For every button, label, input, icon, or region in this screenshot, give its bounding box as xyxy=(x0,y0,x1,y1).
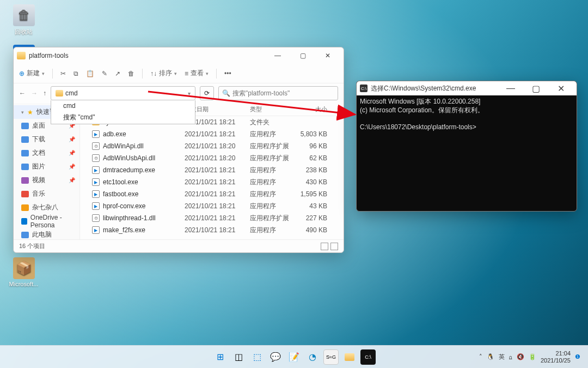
file-row[interactable]: ▶etc1tool.exe2021/10/21 18:21应用程序430 KB xyxy=(80,176,344,188)
file-row[interactable]: ⚙libwinpthread-1.dll2021/10/21 18:21应用程序… xyxy=(80,212,344,224)
up-button[interactable]: ↑ xyxy=(43,89,46,97)
desktop-icon[interactable]: 📦Microsoft... xyxy=(9,257,39,287)
sort-button[interactable]: ↑↓ 排序▾ xyxy=(150,69,177,78)
clock[interactable]: 21:04 2021/10/25 xyxy=(541,350,571,363)
minimize-button[interactable]: ― xyxy=(498,81,523,96)
notifications-icon[interactable]: ❶ xyxy=(575,353,580,360)
address-bar[interactable]: cmd ▾ cmd 搜索 "cmd" xyxy=(51,86,195,100)
more-button[interactable]: ••• xyxy=(224,70,231,77)
sidebar-item[interactable]: 视频📌 xyxy=(14,173,79,187)
window-title: platform-tools xyxy=(29,52,265,59)
tray-app-icon[interactable]: 🐧 xyxy=(487,353,494,360)
copy-button[interactable]: ⧉ xyxy=(74,70,78,77)
sidebar-item[interactable]: 图片📌 xyxy=(14,160,79,173)
address-suggest[interactable]: cmd 搜索 "cmd" xyxy=(51,100,195,124)
address-input[interactable]: cmd xyxy=(65,89,186,97)
close-button[interactable]: ✕ xyxy=(548,81,573,96)
search-placeholder: 搜索"platform-tools" xyxy=(232,89,290,98)
refresh-button[interactable]: ⟳ xyxy=(200,86,214,100)
search-icon: 🔍 xyxy=(222,89,230,97)
view-details-icon[interactable] xyxy=(321,243,328,250)
taskbar-right: ˄ 🐧 英 ⩍ 🔇 🔋 21:04 2021/10/25 ❶ xyxy=(479,350,588,363)
view-large-icon[interactable] xyxy=(330,243,338,250)
explorer-window: platform-tools ― ▢ ✕ ⊕新建▾ ✂ ⧉ 📋 ✎ ↗ 🗑 ↑↓… xyxy=(13,47,344,253)
battery-icon[interactable]: 🔋 xyxy=(529,353,536,360)
view-button[interactable]: ≡ 查看▾ xyxy=(185,69,209,78)
title-bar[interactable]: platform-tools ― ▢ ✕ xyxy=(14,47,344,64)
status-bar: 16 个项目 xyxy=(14,239,344,252)
desktop-icon-recycle[interactable]: 🗑回收站 xyxy=(9,4,39,36)
chat-button[interactable]: 💬 xyxy=(268,349,283,365)
cmd-icon: C:\ xyxy=(360,85,367,92)
share-button[interactable]: ↗ xyxy=(115,70,120,77)
file-row[interactable]: ▶hprof-conv.exe2021/10/21 18:21应用程序43 KB xyxy=(80,200,344,212)
icon-label: 回收站 xyxy=(9,28,39,36)
edge-button[interactable]: ◔ xyxy=(305,349,320,365)
taskview-button[interactable]: ◫ xyxy=(231,349,246,365)
delete-button[interactable]: 🗑 xyxy=(128,70,134,77)
file-row[interactable]: ⚙AdbWinUsbApi.dll2021/10/21 18:20应用程序扩展6… xyxy=(80,152,344,164)
start-button[interactable]: ⊞ xyxy=(212,349,228,365)
toolbar: ⊕新建▾ ✂ ⧉ 📋 ✎ ↗ 🗑 ↑↓ 排序▾ ≡ 查看▾ ••• xyxy=(14,64,344,83)
taskbar[interactable]: ⊞ ◫ ⬚ 💬 📝 ◔ S≈G C:\ ˄ 🐧 英 ⩍ 🔇 🔋 21:04 20… xyxy=(0,345,588,368)
app-button[interactable]: S≈G xyxy=(323,349,339,365)
cmd-button[interactable]: C:\ xyxy=(360,349,376,365)
widgets-button[interactable]: ⬚ xyxy=(249,349,265,365)
sidebar-item[interactable]: 文档📌 xyxy=(14,146,79,160)
icon-label: Microsoft... xyxy=(9,281,39,287)
todo-button[interactable]: 📝 xyxy=(286,349,302,365)
file-row[interactable]: ▶make_f2fs.exe2021/10/21 18:21应用程序490 KB xyxy=(80,224,344,236)
volume-icon[interactable]: 🔇 xyxy=(517,353,524,360)
file-row[interactable]: ▶fastboot.exe2021/10/21 18:21应用程序1,595 K… xyxy=(80,188,344,200)
nav-row: ← → ↑ cmd ▾ cmd 搜索 "cmd" ⟳ 🔍 搜索"platform… xyxy=(14,83,344,103)
search-box[interactable]: 🔍 搜索"platform-tools" xyxy=(218,86,338,100)
paste-button[interactable]: 📋 xyxy=(86,70,94,77)
tray-chevron-icon[interactable]: ˄ xyxy=(479,353,482,360)
folder-icon xyxy=(17,52,26,59)
forward-button[interactable]: → xyxy=(31,89,38,97)
nav-arrows: ← → ↑ xyxy=(19,89,46,97)
cmd-terminal[interactable]: Microsoft Windows [版本 10.0.22000.258] (c… xyxy=(357,95,577,211)
cmd-window: C:\ 选择C:\Windows\System32\cmd.exe ― ▢ ✕ … xyxy=(356,81,577,212)
sidebar-item[interactable]: 下载📌 xyxy=(14,132,79,146)
sidebar-item[interactable]: 此电脑 xyxy=(14,228,79,239)
cmd-title-bar[interactable]: C:\ 选择C:\Windows\System32\cmd.exe ― ▢ ✕ xyxy=(357,81,577,95)
file-row[interactable]: ⚙AdbWinApi.dll2021/10/21 18:20应用程序扩展96 K… xyxy=(80,140,344,152)
explorer-button[interactable] xyxy=(342,349,357,365)
cmd-title: 选择C:\Windows\System32\cmd.exe xyxy=(371,84,498,93)
file-row[interactable]: ▶adb.exe2021/10/21 18:21应用程序5,803 KB xyxy=(80,128,344,140)
folder-icon xyxy=(56,90,63,96)
cut-button[interactable]: ✂ xyxy=(60,70,66,77)
maximize-button[interactable]: ▢ xyxy=(290,47,315,64)
minimize-button[interactable]: ― xyxy=(265,47,290,64)
sidebar-item[interactable]: 杂七杂八 xyxy=(14,201,79,214)
rename-button[interactable]: ✎ xyxy=(102,70,107,77)
suggest-item[interactable]: 搜索 "cmd" xyxy=(51,111,195,124)
sidebar-item[interactable]: OneDrive - Persona xyxy=(14,214,79,228)
taskbar-center: ⊞ ◫ ⬚ 💬 📝 ◔ S≈G C:\ xyxy=(212,349,376,365)
suggest-item[interactable]: cmd xyxy=(51,100,195,111)
item-count: 16 个项目 xyxy=(19,242,45,250)
chevron-down-icon[interactable]: ▾ xyxy=(188,91,191,96)
wifi-icon[interactable]: ⩍ xyxy=(509,354,512,360)
back-button[interactable]: ← xyxy=(19,89,26,97)
sidebar-item[interactable]: 音乐 xyxy=(14,187,79,201)
close-button[interactable]: ✕ xyxy=(315,47,340,64)
new-button[interactable]: ⊕新建▾ xyxy=(19,69,45,78)
ime-indicator[interactable]: 英 xyxy=(499,353,505,361)
maximize-button[interactable]: ▢ xyxy=(523,81,548,96)
file-row[interactable]: ▶dmtracedump.exe2021/10/21 18:21应用程序238 … xyxy=(80,164,344,176)
